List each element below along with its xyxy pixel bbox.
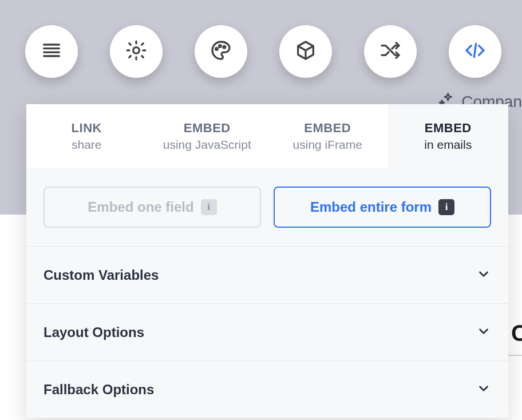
svg-point-5 — [216, 48, 218, 50]
palette-icon — [209, 39, 232, 64]
accordion-label: Layout Options — [43, 324, 144, 340]
share-embed-panel: LINK share EMBED using JavaScript EMBED … — [26, 104, 508, 418]
svg-point-7 — [223, 46, 226, 48]
chevron-down-icon — [476, 267, 491, 284]
embed-entire-form-option[interactable]: Embed entire form i — [274, 187, 491, 228]
tab-title: EMBED — [425, 121, 472, 136]
info-icon[interactable]: i — [438, 199, 454, 215]
info-icon[interactable]: i — [201, 199, 217, 215]
accordion: Custom Variables Layout Options Fallback… — [26, 246, 508, 418]
side-divider — [508, 355, 522, 356]
cube-icon — [294, 39, 317, 64]
menu-icon — [40, 39, 63, 64]
accordion-custom-variables[interactable]: Custom Variables — [26, 247, 508, 304]
tab-subtitle: share — [72, 138, 102, 152]
code-button[interactable] — [449, 25, 501, 78]
shuffle-button[interactable] — [364, 25, 417, 78]
tab-subtitle: in emails — [424, 138, 472, 152]
tabs-row: LINK share EMBED using JavaScript EMBED … — [26, 104, 508, 168]
tab-embed-emails[interactable]: EMBED in emails — [388, 104, 509, 168]
tab-embed-iframe[interactable]: EMBED using iFrame — [267, 104, 388, 168]
toolbar-icon-row — [25, 25, 501, 78]
menu-button[interactable] — [25, 25, 78, 78]
option-label: Embed entire form — [310, 199, 432, 215]
accordion-label: Fallback Options — [43, 382, 154, 398]
embed-options-row: Embed one field i Embed entire form i — [26, 168, 508, 246]
tab-title: EMBED — [184, 121, 231, 136]
shuffle-icon — [379, 39, 402, 64]
tab-subtitle: using iFrame — [293, 138, 362, 152]
code-icon — [464, 39, 487, 64]
accordion-layout-options[interactable]: Layout Options — [26, 304, 508, 361]
accordion-fallback-options[interactable]: Fallback Options — [26, 361, 508, 418]
chevron-down-icon — [476, 324, 491, 341]
option-label: Embed one field — [88, 199, 193, 215]
svg-point-6 — [219, 45, 222, 47]
tab-subtitle: using JavaScript — [163, 138, 251, 152]
tab-title: LINK — [72, 121, 102, 136]
settings-button[interactable] — [110, 25, 163, 78]
embed-one-field-option[interactable]: Embed one field i — [43, 187, 261, 228]
tab-title: EMBED — [304, 121, 351, 136]
gear-icon — [125, 39, 148, 64]
side-partial-text: C — [511, 320, 522, 346]
accordion-label: Custom Variables — [43, 267, 159, 283]
svg-line-8 — [474, 43, 476, 57]
cube-button[interactable] — [279, 25, 332, 78]
chevron-down-icon — [476, 381, 491, 398]
svg-point-4 — [133, 47, 140, 54]
tab-embed-javascript[interactable]: EMBED using JavaScript — [147, 104, 268, 168]
palette-button[interactable] — [195, 25, 247, 78]
tab-link-share[interactable]: LINK share — [26, 104, 147, 168]
